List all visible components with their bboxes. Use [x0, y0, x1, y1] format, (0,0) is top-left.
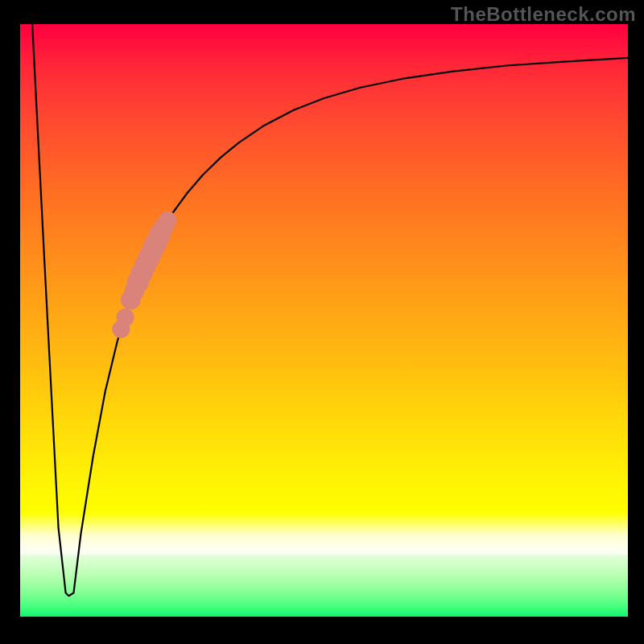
highlight-points — [112, 212, 176, 339]
chart-container: TheBottleneck.com — [0, 0, 644, 644]
watermark-text: TheBottleneck.com — [451, 3, 636, 26]
bottom-border — [0, 617, 644, 644]
plot-area — [20, 24, 628, 617]
highlight-dot — [117, 308, 134, 326]
curve-overlay — [20, 24, 628, 617]
highlight-dot — [159, 212, 176, 229]
